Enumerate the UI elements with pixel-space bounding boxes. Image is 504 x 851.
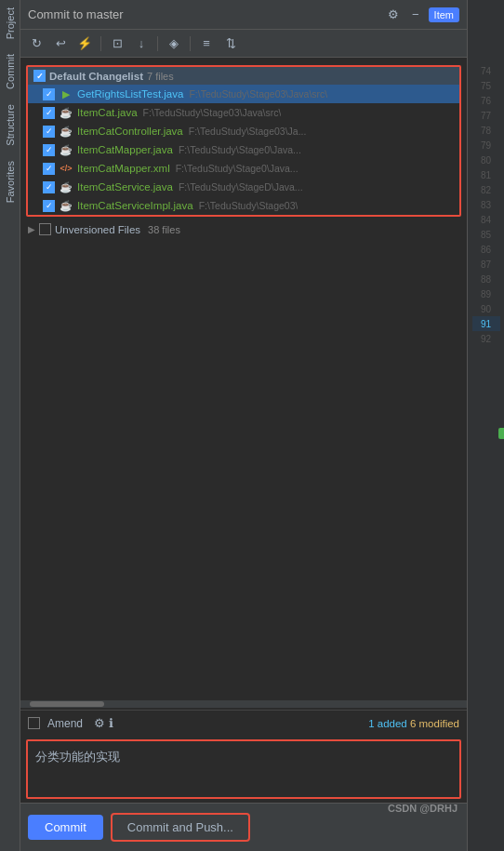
changelist-header[interactable]: ✓ Default Changelist 7 files xyxy=(28,67,459,85)
amend-label: Amend xyxy=(47,717,83,730)
bottom-area: Amend ⚙ ℹ 1 added 6 modified 分类功能的实现 Com… xyxy=(20,700,467,851)
horizontal-scrollbar[interactable] xyxy=(20,700,467,708)
title-actions: ⚙ − Item xyxy=(384,6,459,23)
file-item-getrights[interactable]: ✓ ▶ GetRightsListTest.java F:\TeduStudy\… xyxy=(28,85,459,103)
file-icon-itemcat: ☕ xyxy=(59,105,73,120)
line-numbers: 74 75 76 77 78 79 80 81 82 83 84 85 86 8… xyxy=(472,63,500,346)
file-icon-itemcatserviceimpl: ☕ xyxy=(59,198,73,213)
file-item-itemcat[interactable]: ✓ ☕ ItemCat.java F:\TeduStudy\Stage03\Ja… xyxy=(28,103,459,122)
file-item-itemcatmapper[interactable]: ✓ ☕ ItemCatMapper.java F:\TeduStudy\Stag… xyxy=(28,140,459,159)
main-panel: Commit to master ⚙ − Item ↻ ↩ ⚡ ⊡ ↓ ◈ ≡ … xyxy=(20,0,467,851)
line-75: 75 xyxy=(472,78,500,93)
scrollbar-thumb[interactable] xyxy=(30,701,104,707)
sidebar-label-structure[interactable]: Structure xyxy=(5,104,16,146)
file-name-itemcatserviceimpl: ItemCatServiceImpl.java xyxy=(77,200,193,211)
line-77: 77 xyxy=(472,108,500,123)
expand-button[interactable]: ◈ xyxy=(164,33,184,54)
file-checkbox-itemcatserviceimpl[interactable]: ✓ xyxy=(43,200,55,212)
amend-checkbox[interactable] xyxy=(28,717,40,729)
file-item-itemcatcontroller[interactable]: ✓ ☕ ItemCatController.java F:\TeduStudy\… xyxy=(28,122,459,140)
diff-button[interactable]: ⊡ xyxy=(107,33,127,54)
file-item-itemcatservice[interactable]: ✓ ☕ ItemCatService.java F:\TeduStudy\Sta… xyxy=(28,178,459,196)
line-90: 90 xyxy=(472,301,500,316)
watermark: CSDN @DRHJ xyxy=(388,803,458,814)
line-84: 84 xyxy=(472,212,500,227)
line-85: 85 xyxy=(472,227,500,242)
file-checkbox-itemcatmapperxml[interactable]: ✓ xyxy=(43,163,55,175)
file-checkbox-itemcatcontroller[interactable]: ✓ xyxy=(43,126,55,138)
expand-arrow-icon: ▶ xyxy=(28,224,35,234)
rollback-button[interactable]: ↩ xyxy=(50,33,71,54)
sidebar-label-favorites[interactable]: Favorites xyxy=(5,161,16,203)
sort-button[interactable]: ⇅ xyxy=(220,33,241,54)
commit-button[interactable]: Commit xyxy=(28,815,103,840)
file-checkbox-itemcatservice[interactable]: ✓ xyxy=(43,181,55,193)
right-panel: 74 75 76 77 78 79 80 81 82 83 84 85 86 8… xyxy=(467,0,504,851)
file-item-itemcatserviceimpl[interactable]: ✓ ☕ ItemCatServiceImpl.java F:\TeduStudy… xyxy=(28,196,459,215)
line-88: 88 xyxy=(472,272,500,286)
stats-text: 1 added 6 modified xyxy=(368,718,459,729)
amend-icons: ⚙ ℹ xyxy=(94,716,113,730)
title-bar: Commit to master ⚙ − Item xyxy=(20,0,467,30)
left-sidebar: Project Commit Structure Favorites xyxy=(0,0,20,851)
settings-icon[interactable]: ⚙ xyxy=(384,6,403,23)
refresh-button[interactable]: ↻ xyxy=(26,33,46,54)
toolbar-separator-2 xyxy=(157,36,158,51)
line-89: 89 xyxy=(472,286,500,301)
file-path-itemcat: F:\TeduStudy\Stage03\Java\src\ xyxy=(143,107,282,118)
file-name-itemcatmapperxml: ItemCatMapper.xml xyxy=(77,163,170,174)
line-76: 76 xyxy=(472,93,500,108)
commit-message-box[interactable]: 分类功能的实现 xyxy=(26,739,461,799)
file-icon-itemcatcontroller: ☕ xyxy=(59,124,73,139)
line-83: 83 xyxy=(472,197,500,212)
line-74: 74 xyxy=(472,63,500,78)
unversioned-checkbox[interactable] xyxy=(39,223,51,235)
amend-bar: Amend ⚙ ℹ 1 added 6 modified xyxy=(20,710,467,736)
file-path-itemcatmapperxml: F:\TeduStudy\Stage0\Java... xyxy=(176,163,298,174)
highlight-button[interactable]: ⚡ xyxy=(74,33,95,54)
file-checkbox-itemcat[interactable]: ✓ xyxy=(43,107,55,119)
file-checkbox-getrights[interactable]: ✓ xyxy=(43,88,55,100)
file-icon-itemcatmapperxml: </> xyxy=(59,161,73,176)
file-name-itemcatservice: ItemCatService.java xyxy=(77,181,173,193)
amend-settings-icon[interactable]: ⚙ xyxy=(94,716,105,730)
file-name-itemcat: ItemCat.java xyxy=(77,107,138,118)
amend-info-icon[interactable]: ℹ xyxy=(109,716,113,730)
file-icon-getrights: ▶ xyxy=(59,86,73,101)
file-path-itemcatservice: F:\TeduStudy\StageD\Java... xyxy=(179,181,303,193)
file-path-itemcatmapper: F:\TeduStudy\Stage0\Java... xyxy=(179,144,301,155)
file-path-getrights: F:\TeduStudy\Stage03\Java\src\ xyxy=(189,88,327,100)
stats-modified: 6 modified xyxy=(410,718,459,729)
line-86: 86 xyxy=(472,242,500,257)
changelist-count: 7 files xyxy=(147,71,174,82)
unversioned-files-row[interactable]: ▶ Unversioned Files 38 files xyxy=(20,220,467,238)
sidebar-label-project[interactable]: Project xyxy=(5,7,16,39)
file-name-itemcatmapper: ItemCatMapper.java xyxy=(77,144,173,155)
right-tab-btn[interactable]: Item xyxy=(429,7,459,22)
changelist-name: Default Changelist xyxy=(49,71,143,82)
line-79: 79 xyxy=(472,138,500,153)
commit-and-push-button[interactable]: Commit and Push... xyxy=(111,813,250,842)
line-91-active: 91 xyxy=(472,316,500,331)
move-button[interactable]: ↓ xyxy=(131,33,152,54)
file-tree-area: ✓ Default Changelist 7 files ✓ ▶ GetRigh… xyxy=(20,58,467,700)
file-name-itemcatcontroller: ItemCatController.java xyxy=(77,126,183,137)
changelist-checkbox[interactable]: ✓ xyxy=(33,70,46,82)
file-path-itemcatserviceimpl: F:\TeduStudy\Stage03\ xyxy=(199,200,298,211)
file-icon-itemcatmapper: ☕ xyxy=(59,142,73,157)
toolbar-separator-3 xyxy=(190,36,191,51)
sidebar-label-commit[interactable]: Commit xyxy=(5,54,16,89)
toolbar-separator-1 xyxy=(100,36,101,51)
line-82: 82 xyxy=(472,182,500,197)
changelist-group-default: ✓ Default Changelist 7 files ✓ ▶ GetRigh… xyxy=(26,65,461,217)
file-path-itemcatcontroller: F:\TeduStudy\Stage03\Ja... xyxy=(189,126,307,137)
commit-message-text[interactable]: 分类功能的实现 xyxy=(28,741,459,797)
line-81: 81 xyxy=(472,167,500,182)
file-name-getrights: GetRightsListTest.java xyxy=(77,88,183,100)
filter-button[interactable]: ≡ xyxy=(196,33,217,54)
minimize-icon[interactable]: − xyxy=(408,6,423,23)
file-checkbox-itemcatmapper[interactable]: ✓ xyxy=(43,144,55,156)
unversioned-count: 38 files xyxy=(148,224,180,235)
line-87: 87 xyxy=(472,257,500,272)
file-item-itemcatmapperxml[interactable]: ✓ </> ItemCatMapper.xml F:\TeduStudy\Sta… xyxy=(28,159,459,178)
